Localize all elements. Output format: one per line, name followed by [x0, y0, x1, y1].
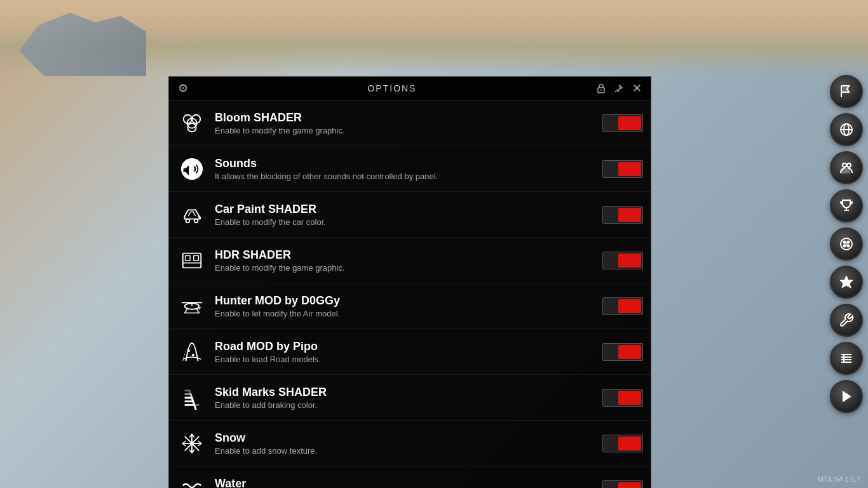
- toggle-red-sounds: [618, 162, 641, 176]
- svg-rect-12: [194, 255, 199, 261]
- option-name-snow: Snow: [215, 431, 602, 445]
- settings-icon[interactable]: ⚙: [177, 82, 189, 95]
- svg-point-1: [600, 90, 602, 91]
- toggle-red-car-paint-shader: [618, 208, 641, 222]
- toggle-hunter-mod[interactable]: [602, 297, 643, 315]
- option-row-sounds: Sounds It allows the blocking of other s…: [169, 146, 651, 192]
- star-button[interactable]: [830, 266, 863, 299]
- toggle-water[interactable]: [602, 480, 643, 488]
- list-button[interactable]: [830, 342, 863, 375]
- option-name-bloom-shader: Bloom SHADER: [215, 111, 602, 125]
- option-text-car-paint-shader: Car Paint SHADER Enable to modify the ca…: [215, 203, 602, 227]
- option-name-water: Water: [215, 477, 602, 488]
- toggle-sounds[interactable]: [602, 160, 643, 178]
- option-text-skid-marks: Skid Marks SHADER Enable to add braking …: [215, 386, 602, 410]
- users-button[interactable]: [830, 151, 863, 184]
- toggle-red-road-mod: [618, 345, 641, 359]
- svg-marker-53: [843, 391, 851, 402]
- option-desc-sounds: It allows the blocking of other sounds n…: [215, 172, 602, 181]
- flag-button[interactable]: [830, 75, 863, 108]
- trophy-button[interactable]: [830, 189, 863, 222]
- svg-point-32: [190, 442, 194, 445]
- option-row-bloom-shader: Bloom SHADER Enable to modify the game g…: [169, 100, 651, 146]
- option-icon-skid-marks: [177, 383, 207, 413]
- option-desc-hunter-mod: Enable to let modify the Air model.: [215, 309, 602, 318]
- play-button[interactable]: [830, 380, 863, 413]
- option-icon-hunter-mod: [177, 291, 207, 322]
- option-name-road-mod: Road MOD by Pipo: [215, 340, 602, 353]
- wrench-button[interactable]: [830, 304, 863, 337]
- svg-point-18: [187, 349, 190, 352]
- toggle-car-paint-shader[interactable]: [602, 206, 643, 224]
- toggle-red-snow: [618, 437, 641, 451]
- header-right: ✕: [595, 82, 643, 95]
- svg-point-19: [192, 353, 194, 356]
- option-text-hunter-mod: Hunter MOD by D0GGy Enable to let modify…: [215, 294, 602, 318]
- options-list: Bloom SHADER Enable to modify the game g…: [169, 100, 651, 488]
- toggle-bloom-shader[interactable]: [602, 114, 643, 132]
- option-icon-road-mod: [177, 337, 207, 367]
- option-text-hdr-shader: HDR SHADER Enable to modify the game gra…: [215, 248, 602, 273]
- option-row-hunter-mod: Hunter MOD by D0GGy Enable to let modify…: [169, 283, 651, 329]
- option-text-road-mod: Road MOD by Pipo Enable to load Road mod…: [215, 340, 602, 364]
- svg-rect-11: [186, 255, 191, 261]
- svg-marker-47: [840, 276, 853, 288]
- option-row-road-mod: Road MOD by Pipo Enable to load Road mod…: [169, 329, 651, 375]
- close-icon[interactable]: ✕: [630, 82, 643, 95]
- pin-icon[interactable]: [613, 82, 625, 95]
- option-name-car-paint-shader: Car Paint SHADER: [215, 203, 602, 216]
- panel-title: OPTIONS: [189, 83, 595, 93]
- option-row-skid-marks: Skid Marks SHADER Enable to add braking …: [169, 375, 651, 421]
- svg-point-46: [845, 243, 848, 245]
- option-desc-skid-marks: Enable to add braking color.: [215, 400, 602, 410]
- option-desc-car-paint-shader: Enable to modify the car color.: [215, 217, 602, 227]
- option-text-sounds: Sounds It allows the blocking of other s…: [215, 157, 602, 181]
- option-row-snow: Snow Enable to add snow texture.: [169, 421, 651, 466]
- option-name-sounds: Sounds: [215, 157, 602, 170]
- lock-icon[interactable]: [595, 82, 607, 95]
- option-icon-sounds: [177, 154, 207, 184]
- globe-button[interactable]: [830, 113, 863, 146]
- option-text-water: Water Enable to make the most realistic.: [215, 477, 602, 488]
- option-desc-road-mod: Enable to load Road models.: [215, 355, 602, 364]
- option-name-hunter-mod: Hunter MOD by D0GGy: [215, 294, 602, 308]
- option-icon-hdr-shader: [177, 245, 207, 276]
- option-icon-bloom-shader: [177, 108, 207, 139]
- option-row-water: Water Enable to make the most realistic.: [169, 466, 651, 488]
- options-panel: ⚙ OPTIONS ✕: [168, 76, 651, 488]
- option-name-hdr-shader: HDR SHADER: [215, 248, 602, 262]
- svg-rect-33: [841, 86, 849, 92]
- option-desc-bloom-shader: Enable to modify the game graphic.: [215, 126, 602, 135]
- version-text: MTA:SA 1.5.7: [818, 475, 860, 483]
- header-left: ⚙: [177, 82, 189, 95]
- palette-button[interactable]: [830, 227, 863, 261]
- option-desc-snow: Enable to add snow texture.: [215, 446, 602, 456]
- svg-point-38: [847, 163, 851, 167]
- toggle-road-mod[interactable]: [602, 343, 643, 361]
- svg-point-37: [843, 163, 846, 167]
- option-icon-water: [177, 474, 207, 488]
- panel-header: ⚙ OPTIONS ✕: [169, 77, 651, 100]
- toggle-skid-marks[interactable]: [602, 389, 643, 407]
- toggle-red-bloom-shader: [618, 116, 641, 130]
- toggle-hdr-shader[interactable]: [602, 252, 643, 269]
- toggle-red-hdr-shader: [618, 254, 641, 268]
- toggle-red-skid-marks: [618, 391, 641, 405]
- option-row-car-paint-shader: Car Paint SHADER Enable to modify the ca…: [169, 192, 651, 238]
- option-icon-car-paint-shader: [177, 200, 207, 230]
- svg-point-8: [186, 219, 190, 222]
- toggle-snow[interactable]: [602, 435, 643, 452]
- right-sidebar: [830, 75, 863, 413]
- option-icon-snow: [177, 428, 207, 459]
- toggle-red-water: [618, 482, 641, 488]
- option-text-bloom-shader: Bloom SHADER Enable to modify the game g…: [215, 111, 602, 135]
- option-row-hdr-shader: HDR SHADER Enable to modify the game gra…: [169, 238, 651, 283]
- svg-point-9: [194, 219, 198, 222]
- toggle-red-hunter-mod: [618, 299, 641, 313]
- option-desc-hdr-shader: Enable to modify the game graphic.: [215, 263, 602, 273]
- svg-line-2: [615, 91, 616, 92]
- option-text-snow: Snow Enable to add snow texture.: [215, 431, 602, 456]
- option-name-skid-marks: Skid Marks SHADER: [215, 386, 602, 399]
